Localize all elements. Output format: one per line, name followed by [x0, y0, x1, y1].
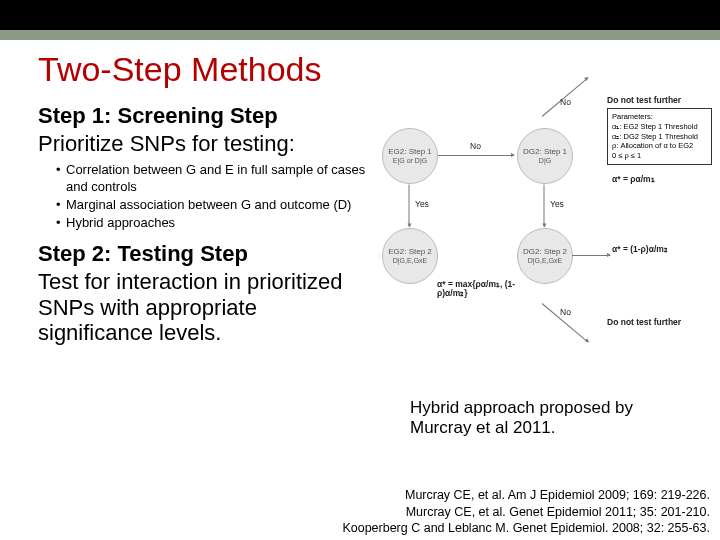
step1-lead: Prioritize SNPs for testing: [38, 131, 368, 156]
node-dg2-step1: DG2: Step 1 D|G [517, 128, 573, 184]
label-no: No [560, 98, 571, 107]
label-alpha3: α* = max{ρα/m₁, (1-ρ)α/m₂} [437, 280, 527, 299]
node-sub: D|G [523, 157, 567, 165]
param-line: Parameters: [612, 112, 707, 122]
param-line: ρ: Allocation of α to EG2 [612, 141, 707, 151]
flow-diagram: Parameters: α₁: EG2 Step 1 Threshold α₂:… [382, 108, 712, 323]
diagram-caption: Hybrid approach proposed by Murcray et a… [410, 398, 690, 439]
left-column: Step 1: Screening Step Prioritize SNPs f… [38, 103, 368, 345]
top-accent-bar [0, 30, 720, 40]
arrow [544, 185, 545, 227]
step1-bullets: Correlation between G and E in full samp… [56, 162, 368, 231]
arrow [572, 255, 610, 256]
slide-title: Two-Step Methods [38, 50, 692, 89]
step2-lead: Test for interaction in prioritized SNPs… [38, 269, 348, 345]
param-line: α₂: DG2 Step 1 Threshold [612, 132, 707, 142]
node-eg2-step2: EG2: Step 2 D|G,E,GxE [382, 228, 438, 284]
parameters-box: Parameters: α₁: EG2 Step 1 Threshold α₂:… [607, 108, 712, 165]
step1-heading: Step 1: Screening Step [38, 103, 368, 129]
references: Murcray CE, et al. Am J Epidemiol 2009; … [342, 487, 710, 536]
label-yes: Yes [550, 200, 564, 209]
list-item: Hybrid approaches [56, 215, 368, 231]
label-dnt: Do not test further [607, 96, 681, 105]
node-label: EG2: Step 1 [388, 148, 432, 157]
param-line: 0 ≤ ρ ≤ 1 [612, 151, 707, 161]
node-label: DG2: Step 2 [523, 248, 567, 257]
label-no: No [470, 142, 481, 151]
node-eg2-step1: EG2: Step 1 E|G or D|G [382, 128, 438, 184]
top-black-bar [0, 0, 720, 30]
list-item: Correlation between G and E in full samp… [56, 162, 368, 195]
arrow [409, 185, 410, 227]
node-sub: D|G,E,GxE [388, 257, 432, 265]
label-alpha2: α* = (1-ρ)α/m₂ [612, 245, 712, 254]
list-item: Marginal association between G and outco… [56, 197, 368, 213]
step2-heading: Step 2: Testing Step [38, 241, 368, 267]
ref-line: Murcray CE, et al. Genet Epidemiol 2011;… [342, 504, 710, 520]
param-line: α₁: EG2 Step 1 Threshold [612, 122, 707, 132]
node-sub: D|G,E,GxE [523, 257, 567, 265]
label-dnt: Do not test further [607, 318, 681, 327]
label-no: No [560, 308, 571, 317]
ref-line: Murcray CE, et al. Am J Epidemiol 2009; … [342, 487, 710, 503]
label-alpha1: α* = ρα/m₁ [612, 175, 655, 184]
ref-line: Kooperberg C and Leblanc M. Genet Epidem… [342, 520, 710, 536]
node-sub: E|G or D|G [388, 157, 432, 165]
arrow [438, 155, 514, 156]
node-dg2-step2: DG2: Step 2 D|G,E,GxE [517, 228, 573, 284]
node-label: EG2: Step 2 [388, 248, 432, 257]
label-yes: Yes [415, 200, 429, 209]
node-label: DG2: Step 1 [523, 148, 567, 157]
